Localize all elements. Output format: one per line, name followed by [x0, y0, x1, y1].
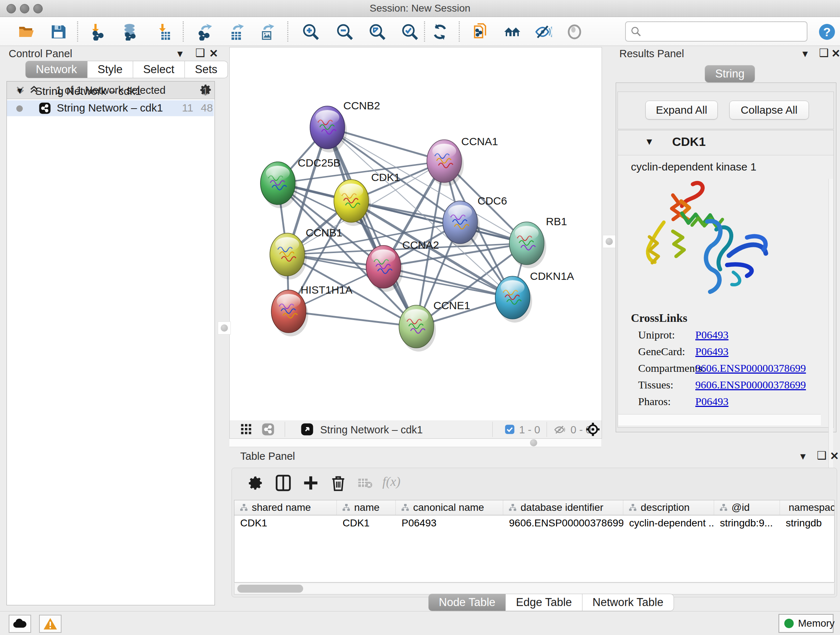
crosslink-link[interactable]: P06493 [695, 395, 729, 408]
tab-select[interactable]: Select [133, 61, 185, 78]
table-cell[interactable]: CDK1 [337, 516, 396, 531]
delete-icon[interactable] [330, 474, 346, 492]
tab-network-table[interactable]: Network Table [583, 594, 674, 611]
crosslink-link[interactable]: P06493 [695, 329, 729, 341]
protein-node-ccna1[interactable] [427, 140, 464, 186]
protein-node-ccne1[interactable] [399, 305, 436, 352]
restore-panel-icon[interactable]: ❑ [817, 449, 827, 462]
warning-status-button[interactable] [39, 615, 62, 633]
add-icon[interactable] [303, 475, 319, 491]
import-network-database-icon[interactable] [121, 23, 138, 41]
crosslink-link[interactable]: P06493 [695, 345, 729, 358]
tab-node-table[interactable]: Node Table [428, 594, 506, 611]
search-input[interactable] [645, 24, 802, 39]
column-header-canonical-name[interactable]: canonical name [396, 500, 503, 515]
gear-icon[interactable] [248, 475, 264, 491]
close-panel-icon[interactable]: ✕ [831, 47, 840, 60]
table-cell[interactable]: cyclin-dependent ... [623, 516, 714, 531]
close-panel-icon[interactable]: ✕ [209, 47, 218, 60]
tab-string[interactable]: String [705, 65, 755, 82]
bottom-splitter-handle[interactable] [527, 437, 540, 449]
string-network-graph[interactable]: CCNB2CCNA1CDC25BCDK1CDC6RB1CCNB1CCNA2CDK… [230, 48, 602, 420]
table-cell[interactable]: 9606.ENSP00000378699 [503, 516, 623, 531]
export-table-icon[interactable] [228, 23, 245, 41]
protein-node-cdk1[interactable] [334, 180, 371, 226]
search-field[interactable] [625, 21, 807, 42]
table-cell[interactable]: stringdb [780, 516, 835, 531]
protein-node-ccnb1[interactable] [270, 233, 307, 279]
table-hscroll-track[interactable] [234, 583, 835, 594]
show-all-icon[interactable] [566, 23, 583, 41]
close-panel-icon[interactable]: ✕ [830, 450, 839, 462]
hidden-eye-icon[interactable] [554, 424, 566, 436]
node-table[interactable]: shared namenamecanonical namedatabase id… [234, 500, 835, 583]
crosslink-link[interactable]: 9606.ENSP00000378699 [695, 379, 806, 391]
selected-checkbox-icon[interactable] [505, 424, 515, 434]
tab-sets[interactable]: Sets [185, 61, 228, 78]
zoom-in-icon[interactable] [302, 23, 319, 41]
left-splitter-handle[interactable] [218, 321, 231, 334]
column-header-shared-name[interactable]: shared name [234, 500, 337, 515]
crosshair-icon[interactable] [586, 422, 600, 437]
refresh-icon[interactable] [431, 23, 448, 41]
network-row-selected[interactable]: String Network – cdk1 11 48 [7, 100, 214, 116]
zoom-fit-icon[interactable] [369, 23, 386, 41]
collapse-all-button[interactable]: Collapse All [729, 101, 809, 119]
table-cell[interactable]: P06493 [396, 516, 503, 531]
crosslink-link[interactable]: 9606.ENSP00000378699 [695, 362, 806, 374]
float-panel-icon[interactable]: ▾ [802, 47, 808, 60]
results-vscroll-track[interactable] [829, 179, 833, 473]
columns-icon[interactable] [275, 475, 291, 491]
birdseye-view-icon[interactable] [301, 423, 314, 436]
protein-node-hist1h1a[interactable] [271, 290, 308, 336]
export-network-icon[interactable] [196, 23, 213, 41]
column-header-name[interactable]: name [337, 500, 396, 515]
help-icon[interactable]: ? [818, 23, 836, 41]
results-hscroll-track[interactable] [618, 414, 821, 425]
column-header-database-identifier[interactable]: database identifier [503, 500, 623, 515]
protein-node-cdkn1a[interactable] [495, 276, 532, 323]
memory-button[interactable]: Memory [778, 614, 834, 633]
tree-expand-icon[interactable]: ▼ [16, 86, 24, 96]
table-cell[interactable]: stringdb:9... [714, 516, 780, 531]
column-header-description[interactable]: description [623, 500, 714, 515]
import-table-icon[interactable] [156, 23, 173, 41]
grid-view-icon[interactable] [240, 424, 252, 435]
delete-table-icon[interactable] [358, 478, 372, 489]
protein-card-header[interactable]: ▼ CDK1 [618, 130, 834, 155]
column-header--id[interactable]: @id [714, 500, 780, 515]
tab-style[interactable]: Style [88, 61, 133, 78]
string-view-icon[interactable] [262, 423, 275, 436]
protein-node-ccna2[interactable] [366, 245, 403, 292]
import-network-file-icon[interactable] [89, 23, 107, 41]
hide-selected-icon[interactable] [535, 23, 552, 41]
protein-node-rb1[interactable] [509, 222, 546, 268]
expand-all-button[interactable]: Expand All [645, 101, 718, 119]
export-image-icon[interactable] [258, 23, 276, 41]
protein-node-ccnb2[interactable] [310, 106, 347, 152]
network-collection-row[interactable]: ▼ String Network – cdk1 1 [7, 85, 214, 100]
table-hscroll-thumb[interactable] [237, 585, 303, 593]
right-splitter-handle[interactable] [603, 235, 616, 248]
collapse-card-icon[interactable]: ▼ [645, 136, 654, 147]
protein-node-cdc6[interactable] [443, 201, 480, 247]
horizontal-splitter[interactable] [229, 439, 601, 447]
restore-panel-icon[interactable]: ❑ [819, 46, 829, 59]
tab-edge-table[interactable]: Edge Table [506, 594, 583, 611]
float-panel-icon[interactable]: ▾ [800, 450, 806, 462]
restore-panel-icon[interactable]: ❑ [195, 46, 205, 59]
home-pages-icon[interactable] [504, 23, 521, 41]
cloud-status-button[interactable] [9, 615, 31, 633]
function-builder-icon[interactable]: f(x) [382, 474, 401, 489]
network-view-canvas[interactable]: CCNB2CCNA1CDC25BCDK1CDC6RB1CCNB1CCNA2CDK… [229, 47, 602, 421]
share-session-icon[interactable] [472, 23, 489, 41]
node-table-header[interactable]: shared namenamecanonical namedatabase id… [234, 500, 835, 516]
zoom-out-icon[interactable] [336, 23, 354, 41]
table-cell[interactable]: CDK1 [234, 516, 337, 531]
save-session-icon[interactable] [50, 23, 67, 41]
tab-network[interactable]: Network [25, 61, 88, 78]
node-table-row[interactable]: CDK1CDK1P064939606.ENSP00000378699cyclin… [234, 516, 835, 531]
float-panel-icon[interactable]: ▾ [177, 47, 183, 60]
column-header-namespace[interactable]: namespace [780, 500, 835, 515]
open-session-icon[interactable] [18, 23, 35, 41]
